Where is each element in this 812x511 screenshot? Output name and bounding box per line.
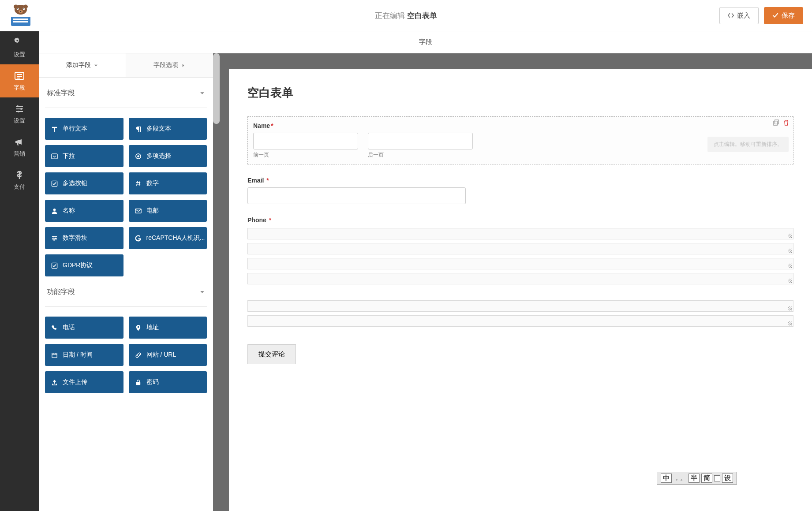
field-type-button[interactable]: 地址 xyxy=(129,317,207,339)
check-icon xyxy=(51,262,58,269)
field-type-button[interactable]: 下拉 xyxy=(45,145,123,167)
svg-point-4 xyxy=(23,8,24,9)
tab-field-options[interactable]: 字段选项 xyxy=(126,53,213,77)
field-type-button[interactable]: 网站 / URL xyxy=(129,344,207,366)
top-header: 正在编辑 空白表单 嵌入 保存 xyxy=(0,0,812,31)
chevron-down-icon xyxy=(199,90,205,96)
svg-point-10 xyxy=(23,5,28,9)
chevron-down-icon xyxy=(199,289,205,295)
svg-point-15 xyxy=(17,105,19,107)
user-icon xyxy=(51,208,58,214)
code-icon xyxy=(728,12,734,19)
standard-fields-header[interactable]: 标准字段 xyxy=(45,78,207,108)
svg-point-25 xyxy=(55,237,56,239)
chevron-right-icon xyxy=(181,63,186,68)
placeholder-row[interactable] xyxy=(247,228,793,239)
svg-rect-28 xyxy=(52,353,57,357)
svg-point-3 xyxy=(17,8,18,9)
caret-icon xyxy=(51,153,58,160)
field-type-button[interactable]: 多项选择 xyxy=(129,145,207,167)
svg-rect-29 xyxy=(136,382,140,385)
trash-icon[interactable] xyxy=(783,119,790,126)
field-type-button[interactable]: 密码 xyxy=(129,371,207,393)
placeholder-row[interactable] xyxy=(247,258,793,269)
wpforms-logo xyxy=(9,4,33,26)
check-icon xyxy=(51,180,58,187)
placeholder-row[interactable] xyxy=(247,273,793,284)
field-type-button[interactable]: 数字 xyxy=(129,172,207,194)
check-icon xyxy=(772,12,778,19)
field-email[interactable]: Email * xyxy=(247,177,793,204)
sliders-icon xyxy=(51,235,58,242)
svg-rect-30 xyxy=(774,121,777,125)
field-type-button[interactable]: 文件上传 xyxy=(45,371,123,393)
tab-add-field[interactable]: 添加字段 xyxy=(39,53,126,77)
placeholder-row[interactable] xyxy=(247,300,793,312)
last-name-input[interactable] xyxy=(368,133,473,149)
svg-point-9 xyxy=(14,5,18,9)
field-type-button[interactable]: 电邮 xyxy=(129,200,207,222)
svg-rect-8 xyxy=(13,21,28,22)
first-sublabel: 前一页 xyxy=(253,151,358,159)
form-icon xyxy=(14,71,25,81)
google-icon xyxy=(135,235,142,242)
form-preview: 空白表单 Name* 点击编辑。移动可重新排序。 前一页 后一页 xyxy=(229,69,812,511)
svg-point-16 xyxy=(20,108,22,110)
svg-point-20 xyxy=(137,155,139,157)
editing-label: 正在编辑 xyxy=(375,11,405,20)
placeholder-row[interactable] xyxy=(247,315,793,327)
reorder-hint: 点击编辑。移动可重新排序。 xyxy=(707,137,789,152)
field-label: Phone * xyxy=(247,216,793,224)
svg-rect-31 xyxy=(775,120,778,124)
last-sublabel: 后一页 xyxy=(368,151,473,159)
hash-icon xyxy=(135,180,142,187)
nav-setup[interactable]: 设置 xyxy=(0,31,39,64)
field-type-button[interactable]: 日期 / 时间 xyxy=(45,344,123,366)
svg-point-6 xyxy=(20,11,22,12)
preview-form-title: 空白表单 xyxy=(247,85,793,101)
field-name[interactable]: Name* 点击编辑。移动可重新排序。 前一页 后一页 xyxy=(247,116,793,164)
duplicate-icon[interactable] xyxy=(773,119,779,126)
nav-marketing[interactable]: 营销 xyxy=(0,131,39,164)
field-label: Name* xyxy=(253,122,788,129)
panel-subheader: 字段 xyxy=(39,31,812,53)
pin-icon xyxy=(135,325,142,331)
embed-button[interactable]: 嵌入 xyxy=(719,7,759,24)
svg-rect-7 xyxy=(13,19,28,20)
email-input[interactable] xyxy=(247,187,466,204)
radio-icon xyxy=(135,153,142,160)
field-palette-panel: 添加字段 字段选项 标准字段 单行文本多段文本下拉多项选择多选按钮数字名称电邮数… xyxy=(39,53,213,511)
link-icon xyxy=(135,352,142,358)
header-title: 正在编辑 空白表单 xyxy=(375,11,437,21)
svg-rect-23 xyxy=(135,209,141,213)
nav-settings[interactable]: 设置 xyxy=(0,97,39,131)
dollar-icon xyxy=(14,170,25,180)
submit-button[interactable]: 提交评论 xyxy=(247,344,296,364)
gear-icon xyxy=(14,37,25,48)
calendar-icon xyxy=(51,352,58,358)
field-phone[interactable]: Phone * xyxy=(247,216,793,224)
field-type-button[interactable]: 单行文本 xyxy=(45,118,123,140)
field-type-button[interactable]: reCAPTCHA人机识... xyxy=(129,227,207,249)
svg-rect-18 xyxy=(52,153,57,158)
placeholder-row[interactable] xyxy=(247,243,793,254)
upload-icon xyxy=(51,379,58,386)
field-type-button[interactable]: 电话 xyxy=(45,317,123,339)
field-type-button[interactable]: 多段文本 xyxy=(129,118,207,140)
save-button[interactable]: 保存 xyxy=(764,7,803,24)
nav-fields[interactable]: 字段 xyxy=(0,64,39,97)
field-type-button[interactable]: 数字滑块 xyxy=(45,227,123,249)
nav-payments[interactable]: 支付 xyxy=(0,164,39,197)
field-type-button[interactable]: GDPR协议 xyxy=(45,254,123,276)
first-name-input[interactable] xyxy=(253,133,358,149)
ime-keyboard-icon xyxy=(714,475,720,481)
field-type-button[interactable]: 名称 xyxy=(45,200,123,222)
chevron-down-icon xyxy=(94,63,98,68)
field-label: Email * xyxy=(247,177,793,184)
text-icon xyxy=(51,126,58,132)
field-type-button[interactable]: 多选按钮 xyxy=(45,172,123,194)
phone-icon xyxy=(51,325,58,331)
svg-point-26 xyxy=(53,239,55,240)
ime-status-bar[interactable]: 中 ，。 半 简 设 xyxy=(657,472,737,485)
fancy-fields-header[interactable]: 功能字段 xyxy=(45,276,207,307)
